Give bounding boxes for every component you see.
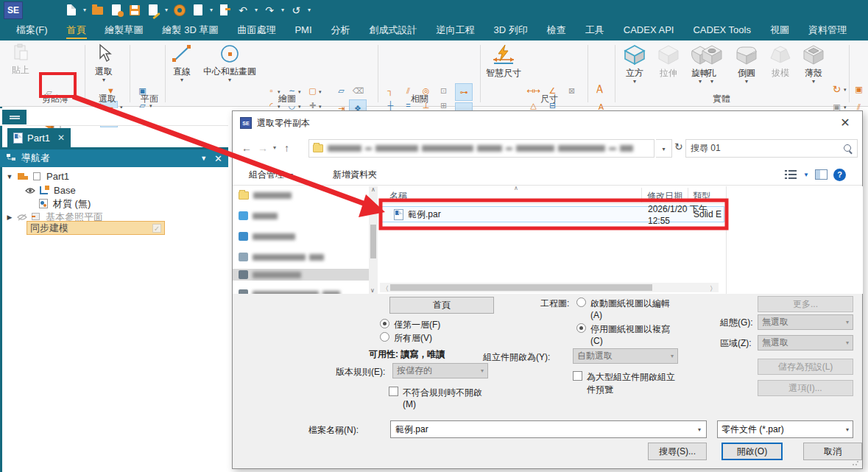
preview-pane-icon[interactable] [815,169,828,180]
filename-combo[interactable]: ▾ [390,420,707,438]
filename-input[interactable] [391,424,693,434]
navigator-close-icon[interactable]: ✕ [214,153,222,164]
helix-dropdown-icon[interactable]: ▾ [844,87,847,93]
refresh-icon[interactable]: ↻ [674,141,683,152]
sidebar-folder-item[interactable] [239,251,324,263]
sidebar-folder-item[interactable] [239,210,278,222]
center-point-circle-button[interactable]: 中心和點畫圓▾ [196,43,264,82]
maintain-relations-icon[interactable]: ⊶ [455,83,473,101]
close-document-icon[interactable] [218,4,231,17]
connect-relation-icon[interactable]: ┐ [384,85,397,96]
address-bar[interactable] [308,139,654,158]
history-dropdown-icon[interactable]: ▾ [273,144,276,151]
tab-tools[interactable]: 工具 [576,21,614,40]
eye-icon[interactable] [25,187,35,194]
scroll-right-icon[interactable]: 〉 [710,284,716,294]
document-tab-part1[interactable]: Part1 ✕ [7,128,71,147]
help-icon[interactable]: ? [833,169,846,181]
open-button[interactable]: 開啟(O) [721,443,783,460]
thin-wall-button[interactable]: 薄殼▾ [798,43,829,84]
address-dropdown-icon[interactable]: ▾ [656,139,672,158]
tab-inspect[interactable]: 檢查 [537,21,576,40]
undo-all-icon[interactable]: ↺ [289,4,303,17]
select-button[interactable]: 選取▾ [88,43,119,82]
round-button[interactable]: 倒圓▾ [730,43,763,84]
checkbox-icon[interactable] [573,371,582,381]
dialog-close-icon[interactable]: ✕ [837,116,853,130]
tab-reverse[interactable]: 逆向工程 [427,21,484,40]
undo-dropdown-icon[interactable]: ▾ [255,2,258,18]
scroll-left-icon[interactable]: 〈 [382,284,389,294]
tab-file[interactable]: 檔案(F) [0,21,57,40]
sidebar-scrollbar[interactable]: ∧∨ [369,186,378,294]
tab-sketch[interactable]: 繪製草圖 [96,21,153,40]
radio-icon[interactable] [576,323,586,333]
radio-icon[interactable] [380,332,389,342]
activate-views-radio[interactable]: 啟動圖紙視圖以編輯 (A) [576,297,680,320]
view-dropdown-icon[interactable]: ▼ [803,172,809,178]
first-level-radio[interactable]: 僅第一層(F) [380,319,440,331]
new-document-dropdown-icon[interactable]: ▾ [83,2,86,18]
tab-cadex-api[interactable]: CADEX API [614,21,684,40]
collapse-icon[interactable]: ▶ [6,214,13,221]
new-document-icon[interactable] [65,4,78,17]
helix-icon[interactable]: ↻ [830,83,843,95]
edit-dropdown-icon[interactable]: ▾ [165,2,168,18]
properties-icon[interactable] [191,4,205,17]
radio-icon[interactable] [380,319,389,328]
edit-document-icon[interactable] [147,4,160,17]
filetype-dropdown[interactable]: 零件文件 (*.par)▾ [717,420,853,438]
tab-analysis[interactable]: 分析 [322,21,360,40]
recent-documents-icon[interactable] [110,4,123,17]
checkbox-icon[interactable] [389,387,398,396]
save-icon[interactable] [128,4,141,17]
tab-data-management[interactable]: 資料管理 [799,21,856,40]
forward-icon[interactable]: → [258,142,268,154]
sync-checkbox[interactable]: ✓ [152,224,161,233]
version-rule-dropdown[interactable]: 按儲存的▾ [392,363,488,378]
deactivate-views-radio[interactable]: 停用圖紙視圖以複寫 (C) [576,323,680,346]
redo-dropdown-icon[interactable]: ▾ [281,2,284,18]
undo-icon[interactable]: ↶ [236,4,250,17]
extrude-button[interactable]: 拉伸 [654,43,683,80]
cancel-button[interactable]: 取消 [803,443,862,460]
dropdown-icon[interactable]: ▾ [319,89,322,94]
expand-icon[interactable]: ▼ [6,173,13,180]
paste-button[interactable]: 貼上 [6,43,35,77]
tree-item-material[interactable]: 材質 (無) [0,197,228,211]
text-profile-icon[interactable]: Ａ [593,83,606,95]
midpoint-relation-icon[interactable]: ┼ [384,99,397,111]
sketch-delete-icon[interactable]: ⌫ [352,85,364,96]
back-icon[interactable]: ← [241,142,252,154]
line-button[interactable]: 直線▾ [168,43,196,82]
smart-dimension-button[interactable]: 智慧尺寸 [483,43,524,80]
command-bar-button[interactable] [2,110,27,124]
search-input[interactable] [691,144,844,154]
column-name[interactable]: 名稱 [389,190,407,202]
close-document-tab-icon[interactable]: ✕ [57,133,65,143]
more-button[interactable]: 更多... [758,296,853,312]
qat-customize-icon[interactable]: ▾ [308,2,311,18]
save-default-button[interactable]: 儲存為預設(L) [758,359,853,375]
file-list-hscrollbar[interactable]: 〈 〉 [380,283,719,292]
tab-3d-print[interactable]: 3D 列印 [484,21,537,40]
eye-off-icon[interactable] [17,214,27,221]
tab-view[interactable]: 視圖 [761,21,799,40]
resize-grip[interactable] [852,459,859,466]
file-row[interactable]: 範例.par 2026/1/20 下午 12:55 Solid E [381,206,724,222]
tab-pmi[interactable]: PMI [285,21,321,40]
no-open-rule-checkbox[interactable]: 不符合規則時不開啟 (M) [389,387,492,409]
options-button[interactable]: 選項(I)... [758,380,853,396]
synchronous-modeling-row[interactable]: 同步建模 ✓ [27,221,165,235]
sidebar-folder-item[interactable] [239,230,295,242]
list-view-icon[interactable] [785,169,797,180]
draft-button[interactable]: 拔模 [766,43,795,80]
box-button[interactable]: 立方▾ [618,43,651,84]
organize-button[interactable]: 組合管理 [249,169,284,181]
settings-gear-icon[interactable] [173,4,186,17]
tab-generative[interactable]: 創成式設計 [360,21,427,40]
organize-dropdown-icon[interactable]: ▾ [290,172,293,178]
open-icon[interactable] [91,4,105,17]
search-button[interactable]: 搜尋(S)... [648,443,707,460]
tab-surfacing[interactable]: 曲面處理 [227,21,285,40]
